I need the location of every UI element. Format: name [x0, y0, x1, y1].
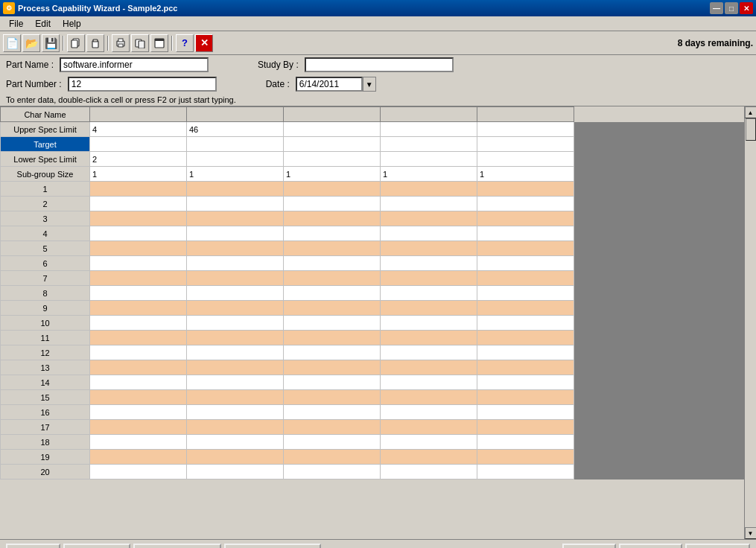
view-button[interactable] — [150, 34, 168, 52]
table-row[interactable] — [187, 450, 284, 465]
table-row[interactable] — [90, 197, 187, 211]
data-cell[interactable] — [477, 137, 574, 152]
table-row[interactable] — [381, 301, 477, 316]
table-row[interactable] — [381, 390, 477, 405]
table-row[interactable] — [90, 360, 187, 375]
new-button[interactable]: 📄 — [3, 34, 21, 52]
table-row[interactable] — [187, 420, 284, 435]
table-row[interactable] — [187, 226, 284, 241]
table-row[interactable] — [90, 465, 187, 480]
scroll-track[interactable] — [745, 118, 757, 527]
table-row[interactable] — [381, 316, 477, 331]
paste-button[interactable] — [86, 34, 104, 52]
table-row[interactable] — [187, 405, 284, 420]
data-cell[interactable] — [187, 152, 284, 167]
data-cell[interactable] — [381, 152, 477, 167]
menu-file[interactable]: File — [3, 17, 29, 31]
table-row[interactable] — [284, 256, 381, 271]
table-row[interactable] — [381, 420, 477, 435]
data-cell[interactable] — [284, 122, 381, 137]
table-row[interactable] — [477, 197, 574, 211]
table-row[interactable] — [381, 435, 477, 450]
table-row[interactable] — [187, 211, 284, 226]
data-cell[interactable]: 1 — [284, 167, 381, 182]
table-row[interactable] — [477, 390, 574, 405]
table-row[interactable] — [90, 301, 187, 316]
table-row[interactable] — [284, 226, 381, 241]
table-row[interactable] — [284, 345, 381, 360]
table-row[interactable] — [90, 405, 187, 420]
data-cell[interactable] — [284, 137, 381, 152]
open-button[interactable]: 📂 — [22, 34, 40, 52]
table-row[interactable] — [477, 435, 574, 450]
minimize-button[interactable]: — — [710, 2, 723, 14]
data-cell[interactable]: 4 — [90, 122, 187, 137]
data-cell[interactable]: 1 — [187, 167, 284, 182]
table-row[interactable] — [381, 182, 477, 197]
table-row[interactable] — [187, 345, 284, 360]
menu-help[interactable]: Help — [57, 17, 87, 31]
table-row[interactable] — [284, 211, 381, 226]
table-row[interactable] — [381, 360, 477, 375]
delete-rows-button[interactable]: Delete Rows — [63, 544, 130, 548]
close-study-button[interactable]: Close Study — [685, 544, 750, 548]
table-row[interactable] — [381, 375, 477, 390]
table-row[interactable] — [90, 241, 187, 256]
table-row[interactable] — [284, 241, 381, 256]
table-row[interactable] — [187, 360, 284, 375]
table-row[interactable] — [477, 375, 574, 390]
vertical-scrollbar[interactable]: ▲ ▼ — [744, 106, 756, 539]
table-row[interactable] — [284, 450, 381, 465]
table-row[interactable] — [90, 256, 187, 271]
table-row[interactable] — [381, 226, 477, 241]
data-cell[interactable]: 46 — [187, 122, 284, 137]
part-name-input[interactable] — [60, 57, 209, 72]
table-row[interactable] — [381, 405, 477, 420]
table-row[interactable] — [477, 450, 574, 465]
table-row[interactable] — [477, 405, 574, 420]
copy-button[interactable] — [67, 34, 85, 52]
table-row[interactable] — [477, 211, 574, 226]
table-row[interactable] — [477, 226, 574, 241]
data-cell[interactable] — [284, 152, 381, 167]
table-row[interactable] — [90, 182, 187, 197]
data-cell[interactable] — [477, 152, 574, 167]
scroll-down-button[interactable]: ▼ — [745, 527, 757, 539]
add-row-button[interactable]: Add Row — [6, 544, 60, 548]
table-row[interactable] — [187, 390, 284, 405]
table-row[interactable] — [477, 256, 574, 271]
table-row[interactable] — [284, 286, 381, 301]
data-cell[interactable] — [477, 122, 574, 137]
table-row[interactable] — [187, 271, 284, 286]
table-row[interactable] — [90, 316, 187, 331]
table-row[interactable] — [381, 271, 477, 286]
table-row[interactable] — [284, 375, 381, 390]
scroll-thumb[interactable] — [746, 118, 756, 141]
part-number-input[interactable] — [68, 77, 217, 92]
table-row[interactable] — [284, 465, 381, 480]
close-button[interactable]: ✕ — [740, 2, 753, 14]
table-row[interactable] — [284, 360, 381, 375]
table-row[interactable] — [90, 345, 187, 360]
table-row[interactable] — [187, 301, 284, 316]
table-row[interactable] — [381, 450, 477, 465]
table-row[interactable] — [90, 450, 187, 465]
print1-button[interactable] — [112, 34, 130, 52]
table-row[interactable] — [477, 360, 574, 375]
table-row[interactable] — [90, 435, 187, 450]
table-row[interactable] — [381, 241, 477, 256]
table-row[interactable] — [187, 182, 284, 197]
table-row[interactable] — [90, 390, 187, 405]
table-row[interactable] — [477, 316, 574, 331]
table-row[interactable] — [381, 345, 477, 360]
menu-edit[interactable]: Edit — [29, 17, 57, 31]
data-cell[interactable] — [90, 137, 187, 152]
table-row[interactable] — [477, 241, 574, 256]
table-row[interactable] — [90, 420, 187, 435]
table-row[interactable] — [284, 197, 381, 211]
study-by-input[interactable] — [305, 57, 454, 72]
date-input[interactable] — [296, 77, 363, 92]
table-row[interactable] — [381, 256, 477, 271]
close-x-button[interactable]: ✕ — [195, 34, 213, 52]
table-row[interactable] — [187, 435, 284, 450]
